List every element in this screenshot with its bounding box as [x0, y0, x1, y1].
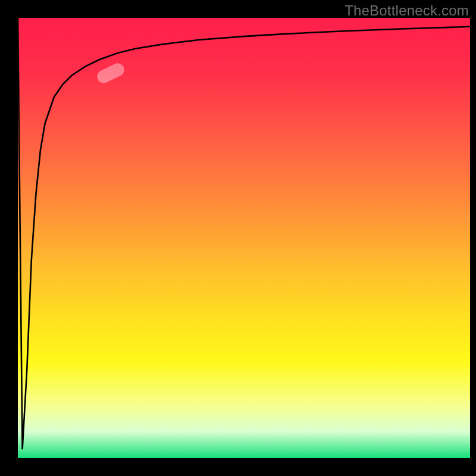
- chart-frame: TheBottleneck.com: [0, 0, 476, 476]
- watermark-label: TheBottleneck.com: [345, 2, 469, 19]
- curve-line: [18, 18, 470, 458]
- plot-area: [18, 18, 470, 458]
